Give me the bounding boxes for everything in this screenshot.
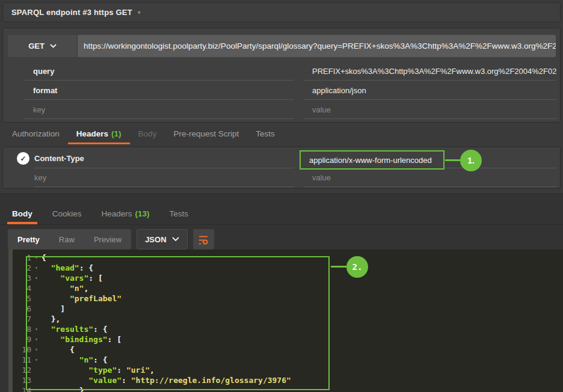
response-tab-tests[interactable]: Tests: [165, 203, 194, 224]
code-line: 2▾ "head": {: [8, 263, 563, 273]
postman-app: SPARQL endpoint #3 https GET ▾ GET https…: [0, 0, 563, 392]
response-tab-headers[interactable]: Headers(13): [97, 203, 155, 224]
param-key-input[interactable]: format: [25, 81, 294, 100]
code-text: }: [42, 385, 84, 392]
headers-editor: ✓ Content-Type application/x-www-form-ur…: [2, 147, 561, 189]
tab-label: Pre-request Script: [173, 129, 239, 138]
fold-caret-icon[interactable]: ▾: [31, 355, 42, 365]
fold-caret-empty: [31, 314, 42, 324]
line-number: 4: [8, 283, 31, 293]
fold-caret-icon[interactable]: ▾: [31, 273, 42, 283]
code-line: 10▾ {: [8, 345, 563, 355]
header-row: ✓ Content-Type application/x-www-form-ur…: [3, 147, 560, 170]
code-line: 8▾ "results": {: [8, 324, 563, 334]
response-body-viewer[interactable]: 1▾{2▾ "head": {3▾ "vars": [4 "n",5 "pref…: [8, 250, 563, 392]
response-tab-cookies[interactable]: Cookies: [48, 203, 87, 224]
code-line: 3▾ "vars": [: [8, 273, 563, 283]
tab-authorization[interactable]: Authorization: [4, 125, 68, 144]
check-icon: ✓: [20, 155, 26, 163]
tab-headers[interactable]: Headers(1): [68, 125, 130, 144]
wrap-text-icon: [197, 233, 209, 245]
header-key-input[interactable]: key: [34, 169, 294, 187]
tab-count-badge: (13): [135, 209, 150, 218]
tab-label: Body: [138, 129, 157, 138]
code-line: 9▾ "bindings": [: [8, 334, 563, 345]
param-row: query PREFIX+skos%3A%3Chttp%3A%2F%2Fwww.…: [3, 62, 560, 81]
divider: [0, 224, 563, 225]
request-tabs: AuthorizationHeaders(1)BodyPre-request S…: [4, 125, 283, 144]
wrap-text-button[interactable]: [193, 229, 214, 250]
code-lines: 1▾{2▾ "head": {3▾ "vars": [4 "n",5 "pref…: [8, 253, 563, 392]
tab-label: Tests: [170, 209, 189, 218]
code-line: 7 },: [8, 314, 563, 324]
method-label: GET: [28, 41, 45, 51]
line-number: 14: [8, 385, 31, 392]
code-line: 6 ]: [8, 304, 563, 314]
tab-label: Authorization: [12, 129, 60, 138]
view-preview-button[interactable]: Preview: [84, 229, 131, 250]
code-text: "results": {: [42, 324, 108, 334]
fold-caret-empty: [31, 385, 42, 392]
code-line: 5 "prefLabel": [8, 293, 563, 304]
response-tab-body[interactable]: Body: [7, 203, 37, 224]
request-builder: GET https://workingontologist.poolparty.…: [2, 28, 561, 123]
line-number: 10: [8, 345, 31, 355]
code-text: "bindings": [: [42, 334, 122, 345]
header-value-input[interactable]: value: [304, 169, 556, 187]
fold-caret-icon[interactable]: ▾: [31, 345, 42, 355]
param-value-input[interactable]: PREFIX+skos%3A%3Chttp%3A%2F%2Fwww.w3.org…: [304, 62, 556, 81]
fold-caret-icon[interactable]: ▾: [31, 263, 42, 273]
fold-caret-empty: [31, 283, 42, 293]
tab-tests[interactable]: Tests: [247, 125, 283, 144]
code-text: "prefLabel": [42, 293, 122, 304]
code-text: "head": {: [42, 263, 93, 273]
annotation-connector: [331, 266, 348, 268]
code-text: "vars": [: [42, 273, 103, 283]
code-text: ]: [42, 304, 65, 314]
fold-caret-icon[interactable]: ▾: [31, 334, 42, 345]
code-line: 4 "n",: [8, 283, 563, 293]
code-line: 1▾{: [8, 253, 563, 263]
response-tabs: BodyCookiesHeaders(13)Tests: [7, 203, 203, 224]
method-select[interactable]: GET: [8, 35, 78, 57]
tab-label: Tests: [256, 129, 275, 138]
param-key-input[interactable]: query: [25, 62, 294, 81]
params-editor: query PREFIX+skos%3A%3Chttp%3A%2F%2Fwww.…: [3, 62, 560, 120]
fold-caret-empty: [31, 375, 42, 385]
code-line: 13 "value": "http://reegle.info/glossary…: [8, 375, 563, 385]
chevron-down-icon[interactable]: ▾: [138, 9, 141, 16]
line-number: 9: [8, 334, 31, 345]
code-text: "type": "uri",: [42, 365, 155, 375]
format-select[interactable]: JSON: [137, 229, 187, 250]
fold-caret-icon[interactable]: ▾: [31, 253, 42, 263]
line-number: 8: [8, 324, 31, 334]
tab-body[interactable]: Body: [130, 125, 165, 144]
url-input[interactable]: https://workingontologist.poolparty.biz/…: [78, 35, 556, 57]
fold-caret-icon[interactable]: ▾: [31, 324, 42, 334]
param-key-input[interactable]: key: [25, 100, 294, 119]
line-number: 13: [8, 375, 31, 385]
chevron-down-icon: [50, 44, 57, 48]
header-enabled-checkbox[interactable]: ✓: [17, 152, 29, 165]
chevron-down-icon: [172, 237, 179, 242]
line-number: 2: [8, 263, 31, 273]
line-number: 12: [8, 365, 31, 375]
tab-label: Body: [12, 209, 32, 218]
line-number: 1: [8, 253, 31, 263]
param-value-input[interactable]: application/json: [304, 81, 556, 100]
view-pretty-button[interactable]: Pretty: [8, 229, 49, 250]
line-number: 11: [8, 355, 31, 365]
line-number: 7: [8, 314, 31, 324]
code-line: 11▾ "n": {: [8, 355, 563, 365]
request-title-bar: SPARQL endpoint #3 https GET ▾: [2, 2, 561, 22]
param-value-input[interactable]: value: [304, 100, 556, 119]
param-row: key value: [3, 100, 560, 120]
header-key-input[interactable]: Content-Type: [34, 149, 294, 168]
request-title[interactable]: SPARQL endpoint #3 https GET: [11, 8, 132, 17]
tab-pre-request-script[interactable]: Pre-request Script: [165, 125, 247, 144]
view-raw-button[interactable]: Raw: [49, 229, 84, 250]
format-label: JSON: [145, 235, 166, 244]
line-number: 5: [8, 293, 31, 304]
line-number: 3: [8, 273, 31, 283]
header-value-input[interactable]: application/x-www-form-urlencoded: [300, 150, 445, 170]
